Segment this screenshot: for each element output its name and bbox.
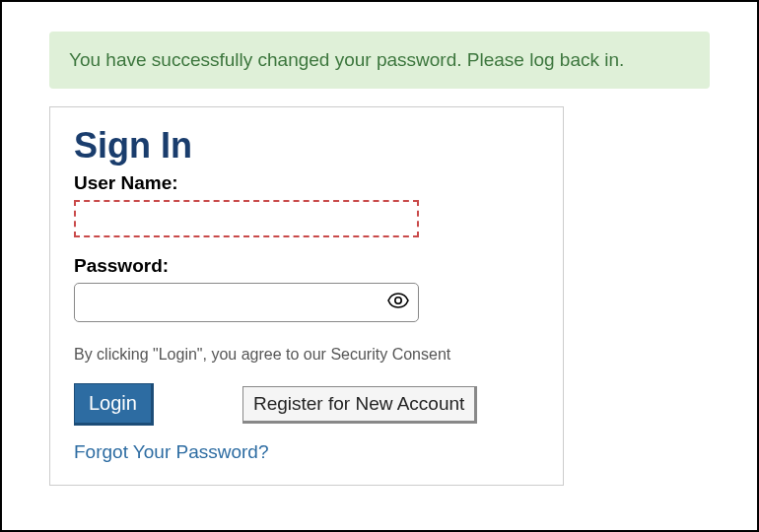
login-button[interactable]: Login xyxy=(74,383,154,426)
password-input[interactable] xyxy=(74,283,419,322)
success-alert: You have successfully changed your passw… xyxy=(49,32,710,89)
register-button[interactable]: Register for New Account xyxy=(242,386,477,424)
eye-icon[interactable] xyxy=(387,293,409,312)
password-label: Password: xyxy=(74,255,539,277)
signin-title: Sign In xyxy=(74,125,539,166)
svg-point-0 xyxy=(395,298,401,303)
alert-text: You have successfully changed your passw… xyxy=(69,49,624,70)
button-row: Login Register for New Account xyxy=(74,383,539,426)
signin-card: Sign In User Name: Password: By clicking… xyxy=(49,106,564,486)
username-input[interactable] xyxy=(74,200,419,237)
consent-text: By clicking "Login", you agree to our Se… xyxy=(74,346,539,364)
password-field-wrap xyxy=(74,283,419,322)
username-label: User Name: xyxy=(74,172,539,194)
forgot-password-link[interactable]: Forgot Your Password? xyxy=(74,441,269,462)
